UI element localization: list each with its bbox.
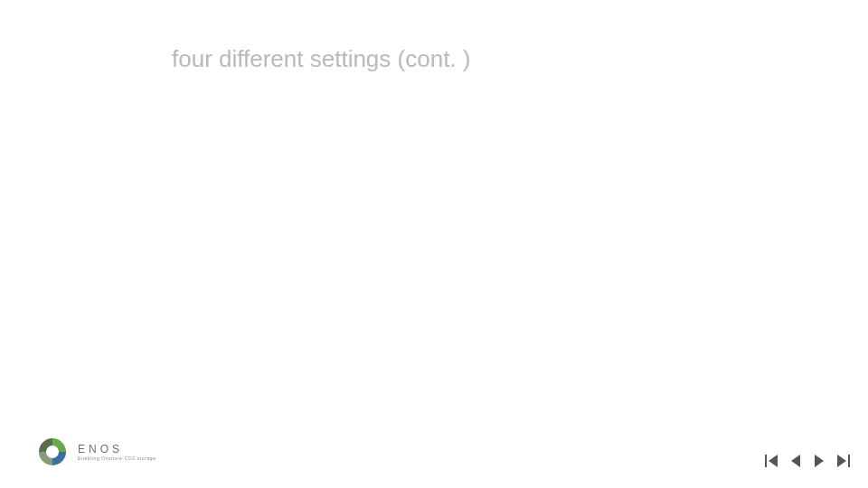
brand-logo-icon bbox=[36, 436, 69, 468]
svg-marker-1 bbox=[769, 455, 778, 467]
play-icon bbox=[811, 453, 827, 469]
last-slide-button[interactable] bbox=[834, 452, 852, 470]
back-icon bbox=[788, 453, 804, 469]
slide-nav bbox=[763, 452, 852, 470]
brand-text: ENOS Enabling Onshore CO2 storage bbox=[78, 444, 156, 461]
slide: four different settings (cont. ) ENOS En… bbox=[0, 0, 868, 488]
svg-marker-2 bbox=[791, 455, 800, 467]
brand-name: ENOS bbox=[78, 444, 156, 455]
slide-title: four different settings (cont. ) bbox=[172, 45, 470, 73]
skip-forward-icon bbox=[835, 453, 851, 469]
svg-marker-4 bbox=[837, 455, 846, 467]
svg-rect-0 bbox=[765, 455, 767, 467]
skip-back-icon bbox=[764, 453, 780, 469]
first-slide-button[interactable] bbox=[763, 452, 781, 470]
footer-brand: ENOS Enabling Onshore CO2 storage bbox=[36, 436, 156, 468]
svg-rect-5 bbox=[848, 455, 850, 467]
brand-tagline: Enabling Onshore CO2 storage bbox=[78, 456, 156, 461]
next-slide-button[interactable] bbox=[810, 452, 828, 470]
svg-marker-3 bbox=[815, 455, 824, 467]
previous-slide-button[interactable] bbox=[787, 452, 805, 470]
